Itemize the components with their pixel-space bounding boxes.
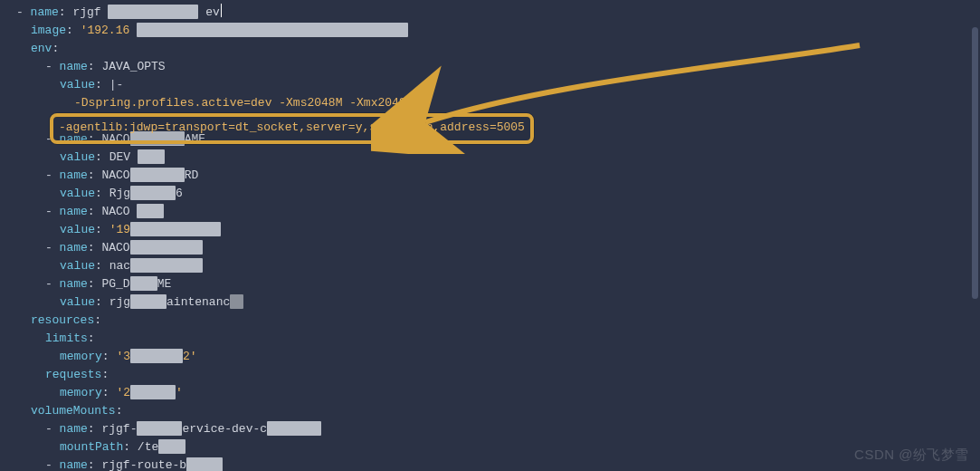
yaml-line: mountPath: /te — [60, 438, 980, 457]
yaml-line: - name: rjgf ev — [16, 4, 980, 22]
yaml-line: resources: — [31, 312, 980, 330]
highlight-callout: -agentlib:jdwp=transport=dt_socket,serve… — [50, 113, 534, 144]
yaml-line: value: Rjg6 — [60, 185, 980, 203]
vertical-scrollbar[interactable] — [970, 0, 980, 471]
yaml-line: requests: — [45, 366, 980, 384]
yaml-line: value: DEV — [60, 149, 980, 167]
yaml-line: - name: NACO — [45, 203, 980, 221]
yaml-line: value: |- — [60, 76, 980, 94]
yaml-line: limits: — [45, 330, 980, 348]
yaml-line: value: '19 — [60, 221, 980, 239]
yaml-line: value: rjgaintenanc — [60, 293, 980, 312]
yaml-line: - name: PG_DME — [45, 275, 980, 293]
yaml-line: - name: NACORD — [45, 167, 980, 185]
yaml-line: -Dspring.profiles.active=dev -Xms2048M -… — [74, 94, 980, 112]
yaml-line: memory: '32' — [60, 348, 980, 366]
yaml-line: value: nac — [60, 257, 980, 275]
text-cursor — [221, 4, 222, 17]
yaml-line: memory: '2' — [60, 384, 980, 402]
yaml-line: - name: rjgf-ervice-dev-c — [45, 420, 980, 438]
yaml-line: - name: rjgf-route-b — [45, 457, 980, 471]
yaml-line: volumeMounts: — [31, 402, 980, 420]
yaml-editor[interactable]: - name: rjgf ev image: '192.16 env: - na… — [0, 0, 980, 471]
yaml-line: env: — [31, 40, 980, 58]
yaml-line: - name: NACO — [45, 239, 980, 257]
yaml-line: - name: JAVA_OPTS — [45, 58, 980, 76]
scrollbar-thumb[interactable] — [972, 27, 978, 299]
yaml-line: image: '192.16 — [31, 22, 980, 40]
agentlib-text: -agentlib:jdwp=transport=dt_socket,serve… — [59, 120, 525, 134]
